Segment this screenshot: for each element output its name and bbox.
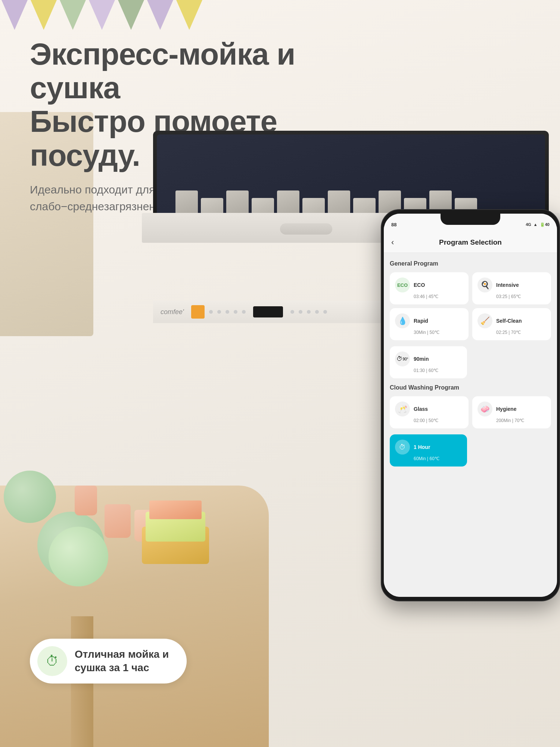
eco-icon: ECO [395,278,410,292]
program-card-row-90min: ⏱90° 90min [395,351,462,366]
plate-3 [4,471,56,523]
program-detail-90min: 01:30 | 60℃ [414,368,462,373]
ctrl-dot [315,310,319,314]
app-content: General Program ECO ECO 03:46 | 45℃ 🍳 In… [384,253,557,597]
ctrl-dot [323,310,327,314]
power-button[interactable] [191,305,205,319]
program-name-eco: ECO [414,282,425,288]
ctrl-dot [225,310,229,314]
phone-screen: 88 4G ▲ 🔋40 ‹ Program Selection General … [384,214,557,597]
rapid-icon: 💧 [395,313,410,328]
intensive-icon: 🍳 [477,278,492,292]
dishwasher-interior [157,134,545,220]
program-card-intensive[interactable]: 🍳 Intensive 03:25 | 65℃ [472,272,551,304]
smartphone: 88 4G ▲ 🔋40 ‹ Program Selection General … [381,209,560,601]
program-name-selfclean: Self-Clean [496,318,522,324]
program-detail-glass: 02:00 | 50℃ [414,418,463,423]
ctrl-dot [209,310,213,314]
programs-grid: ECO ECO 03:46 | 45℃ 🍳 Intensive 03:25 | … [390,272,551,340]
program-name-hygiene: Hygiene [496,406,516,412]
program-detail-intensive: 03:25 | 65℃ [496,294,546,299]
glass-icon: 🥂 [395,402,410,416]
ctrl-dot [217,310,221,314]
ctrl-dot [234,310,237,314]
section-cloud-label: Cloud Washing Program [390,384,551,391]
program-detail-1hour: 60Min | 60℃ [414,456,462,461]
program-card-row-eco: ECO ECO [395,278,463,292]
dishwasher-door [153,131,549,220]
cup-3 [75,486,97,515]
flag-3 [60,0,86,30]
program-card-row-hygiene: 🧼 Hygiene [477,402,546,416]
hygiene-icon: 🧼 [477,402,492,416]
program-card-1hour[interactable]: ⏱ 1 Hour 60Min | 60℃ [390,434,467,467]
status-icons: 4G ▲ 🔋40 [526,222,550,227]
plate-2 [49,527,108,586]
badge-icon-symbol: ⏱ [46,653,59,669]
cake-decoration [142,504,209,564]
program-card-selfclean[interactable]: 🧹 Self-Clean 02:25 | 70℃ [472,308,551,340]
program-card-row-selfclean: 🧹 Self-Clean [477,313,546,328]
program-name-intensive: Intensive [496,282,519,288]
phone-notch [441,214,500,225]
badge-icon: ⏱ [37,646,67,676]
program-card-row-rapid: 💧 Rapid [395,313,463,328]
program-detail-selfclean: 02:25 | 70℃ [496,330,546,335]
ctrl-dot [299,310,302,314]
wifi-icon: ▲ [533,222,538,227]
program-card-row-glass: 🥂 Glass [395,402,463,416]
flag-5 [118,0,144,30]
program-card-eco[interactable]: ECO ECO 03:46 | 45℃ [390,272,469,304]
ctrl-dot [290,310,294,314]
program-name-1hour: 1 Hour [414,444,430,450]
program-detail-eco: 03:46 | 45℃ [414,294,463,299]
program-detail-hygiene: 200Min | 70℃ [496,418,546,423]
ctrl-display [253,306,283,317]
dishwasher-handle[interactable] [280,223,332,235]
program-card-row-intensive: 🍳 Intensive [477,278,546,292]
program-name-90min: 90min [414,356,429,362]
flag-7 [176,0,202,30]
back-button[interactable]: ‹ [391,238,394,247]
flag-1 [1,0,28,30]
program-card-90min[interactable]: ⏱90° 90min 01:30 | 60℃ [390,346,467,378]
section-general-label: General Program [390,260,551,267]
selfclean-icon: 🧹 [477,313,492,328]
app-title: Program Selection [439,238,502,247]
cloud-programs-grid: 🥂 Glass 02:00 | 50℃ 🧼 Hygiene 200Min | 7… [390,396,551,428]
ctrl-dot [242,310,246,314]
program-card-hygiene[interactable]: 🧼 Hygiene 200Min | 70℃ [472,396,551,428]
flag-4 [89,0,115,30]
status-time: 88 [391,222,396,227]
app-header: ‹ Program Selection [384,232,557,253]
battery-icon: 🔋40 [540,222,550,227]
program-card-row-1hour: ⏱ 1 Hour [395,440,462,455]
cake-top [149,500,202,519]
1hour-icon: ⏱ [395,440,410,455]
program-card-rapid[interactable]: 💧 Rapid 30Min | 50℃ [390,308,469,340]
program-name-rapid: Rapid [414,318,428,324]
flag-6 [147,0,173,30]
cup-1 [105,504,131,538]
90min-icon: ⏱90° [395,351,410,366]
program-name-glass: Glass [414,406,428,412]
program-card-glass[interactable]: 🥂 Glass 02:00 | 50℃ [390,396,469,428]
flag-2 [31,0,57,30]
signal-icon: 4G [526,222,531,227]
brand-label: comfee' [161,308,184,316]
program-detail-rapid: 30Min | 50℃ [414,330,463,335]
badge-text: Отличная мойка исушка за 1 час [75,648,169,675]
ctrl-dot [307,310,311,314]
feature-badge: ⏱ Отличная мойка исушка за 1 час [30,639,187,684]
headline-line1: Экспресс-мойка и сушка [30,37,329,105]
